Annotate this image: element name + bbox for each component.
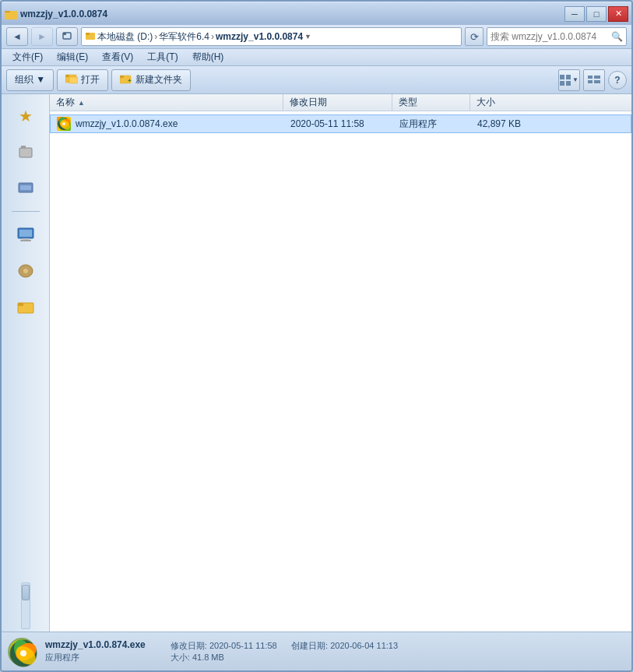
svg-rect-6 (86, 33, 90, 35)
svg-rect-14 (566, 75, 571, 79)
computer-icon (17, 227, 34, 243)
svg-rect-20 (594, 80, 600, 83)
column-header: 名称 ▲ 修改日期 类型 大小 (50, 94, 631, 111)
menu-tools[interactable]: 工具(T) (141, 49, 184, 65)
view-dropdown-arrow: ▼ (572, 76, 578, 83)
new-folder-button[interactable]: + 新建文件夹 (111, 69, 191, 91)
file-list-area: 名称 ▲ 修改日期 类型 大小 (50, 94, 631, 635)
table-row[interactable]: wmzzjy_v1.0.0.0874.exe 2020-05-11 11:58 … (50, 114, 631, 133)
address-path[interactable]: 本地磁盘 (D:) › 华军软件6.4 › wmzzjy_v1.0.0.0874… (81, 27, 462, 46)
svg-rect-15 (560, 81, 564, 86)
sidebar-item-computer[interactable] (10, 220, 41, 251)
sidebar-icon-1 (18, 144, 33, 160)
open-icon (65, 73, 78, 86)
svg-rect-9 (69, 77, 78, 83)
address-bar-area: ◄ ► 本地磁盘 (D:) › 华军软件6.4 › (2, 25, 631, 49)
svg-text:+: + (128, 77, 132, 84)
path-segment-root[interactable]: 本地磁盘 (D:) (97, 30, 153, 44)
back-button[interactable]: ◄ (6, 27, 28, 46)
svg-rect-28 (20, 240, 31, 241)
path-separator-1: › (154, 31, 157, 42)
file-date-cell: 2020-05-11 11:58 (284, 118, 393, 129)
col-header-type[interactable]: 类型 (392, 94, 470, 111)
sort-arrow: ▲ (78, 99, 85, 107)
window-title: wmzzjy_v1.0.0.0874 (20, 9, 107, 19)
search-icon[interactable]: 🔍 (611, 31, 623, 42)
restore-button[interactable]: □ (586, 6, 607, 22)
size-label: 大小: (171, 653, 190, 662)
folder-sidebar-icon (17, 299, 34, 315)
svg-rect-26 (19, 230, 32, 237)
title-bar-left: wmzzjy_v1.0.0.0874 (5, 8, 107, 20)
sidebar-item-disk[interactable] (10, 255, 41, 287)
exe-icon (57, 117, 71, 131)
up-button[interactable] (56, 27, 78, 46)
status-info: wmzzjy_v1.0.0.874.exe 应用程序 (45, 639, 146, 663)
col-header-date[interactable]: 修改日期 (283, 94, 392, 111)
svg-rect-24 (20, 185, 31, 190)
disk-icon (17, 263, 34, 279)
svg-point-30 (23, 269, 28, 273)
layout-button[interactable] (583, 69, 605, 91)
file-type-cell: 应用程序 (393, 118, 471, 131)
toolbar-right: ▼ ? (558, 69, 627, 91)
organize-button[interactable]: 组织 ▼ (6, 69, 54, 91)
status-app-icon (8, 638, 36, 666)
file-size-cell: 42,897 KB (471, 118, 549, 129)
open-button[interactable]: 打开 (57, 69, 108, 91)
minimize-button[interactable]: ─ (564, 6, 585, 22)
svg-point-37 (62, 122, 65, 125)
main-content: ★ (2, 94, 631, 635)
status-filename: wmzzjy_v1.0.0.874.exe (45, 639, 146, 650)
svg-rect-21 (19, 148, 32, 157)
create-label: 创建日期: (291, 641, 328, 650)
svg-point-42 (20, 650, 26, 656)
svg-rect-2 (5, 12, 17, 19)
svg-rect-18 (594, 76, 600, 79)
new-folder-label: 新建文件夹 (135, 73, 182, 86)
svg-rect-16 (566, 81, 571, 86)
sidebar-divider (12, 211, 40, 212)
menu-bar: 文件(F) 编辑(E) 查看(V) 工具(T) 帮助(H) (2, 49, 631, 66)
status-type: 应用程序 (45, 652, 146, 663)
modify-date: 2020-05-11 11:58 (209, 641, 277, 650)
search-input[interactable] (491, 31, 611, 42)
sidebar-item-folder[interactable] (10, 291, 41, 322)
menu-file[interactable]: 文件(F) (6, 49, 49, 65)
svg-rect-17 (588, 76, 593, 79)
folder-icon (5, 8, 17, 20)
forward-button[interactable]: ► (31, 27, 53, 46)
menu-view[interactable]: 查看(V) (96, 49, 139, 65)
open-label: 打开 (81, 73, 100, 86)
svg-rect-13 (560, 75, 564, 79)
svg-rect-22 (21, 146, 26, 149)
sidebar-item-1[interactable] (10, 136, 41, 167)
svg-rect-32 (18, 303, 23, 306)
col-header-size[interactable]: 大小 (470, 94, 548, 111)
refresh-button[interactable]: ⟳ (465, 27, 484, 46)
path-dropdown[interactable]: ▼ (304, 33, 311, 40)
title-bar: wmzzjy_v1.0.0.0874 ─ □ ✕ (2, 2, 631, 25)
path-segment-folder2[interactable]: wmzzjy_v1.0.0.0874 (216, 31, 303, 42)
toolbar: 组织 ▼ 打开 + 新建文件夹 (2, 66, 631, 94)
file-scroll-area[interactable]: wmzzjy_v1.0.0.0874.exe 2020-05-11 11:58 … (50, 111, 631, 635)
close-button[interactable]: ✕ (608, 6, 628, 22)
file-name: wmzzjy_v1.0.0.0874.exe (76, 118, 178, 129)
sidebar-item-favorites[interactable]: ★ (10, 100, 41, 132)
svg-rect-27 (23, 238, 29, 240)
sidebar: ★ (2, 94, 50, 635)
menu-help[interactable]: 帮助(H) (186, 49, 230, 65)
status-bar: wmzzjy_v1.0.0.874.exe 应用程序 修改日期: 2020-05… (2, 632, 631, 670)
modify-label: 修改日期: (171, 641, 207, 650)
status-details: 修改日期: 2020-05-11 11:58 创建日期: 2020-06-04 … (171, 640, 398, 663)
path-segment-folder1[interactable]: 华军软件6.4 (159, 30, 209, 44)
sidebar-icon-2 (18, 180, 33, 195)
help-button[interactable]: ? (608, 71, 627, 90)
svg-rect-11 (120, 76, 124, 78)
sidebar-item-2[interactable] (10, 172, 41, 203)
view-options-button[interactable]: ▼ (558, 69, 580, 91)
menu-edit[interactable]: 编辑(E) (51, 49, 94, 65)
title-controls: ─ □ ✕ (564, 6, 628, 22)
svg-rect-4 (63, 33, 66, 35)
col-header-name[interactable]: 名称 ▲ (50, 94, 283, 111)
